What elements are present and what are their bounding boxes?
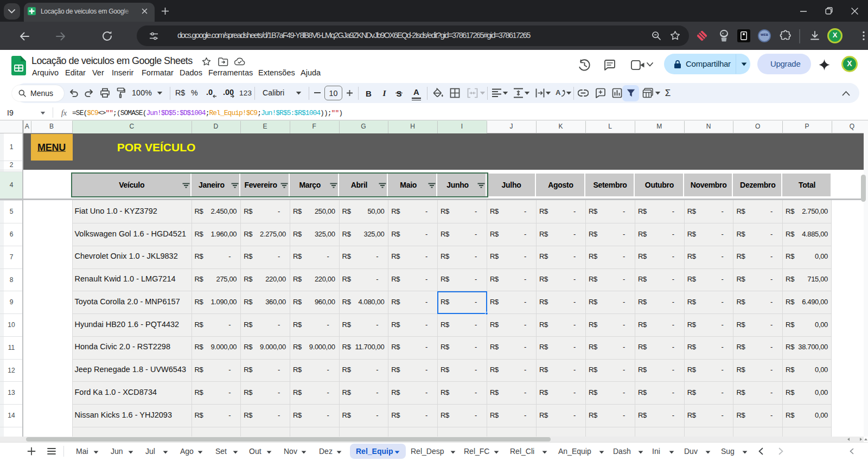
svg-text:A: A [556,88,561,97]
